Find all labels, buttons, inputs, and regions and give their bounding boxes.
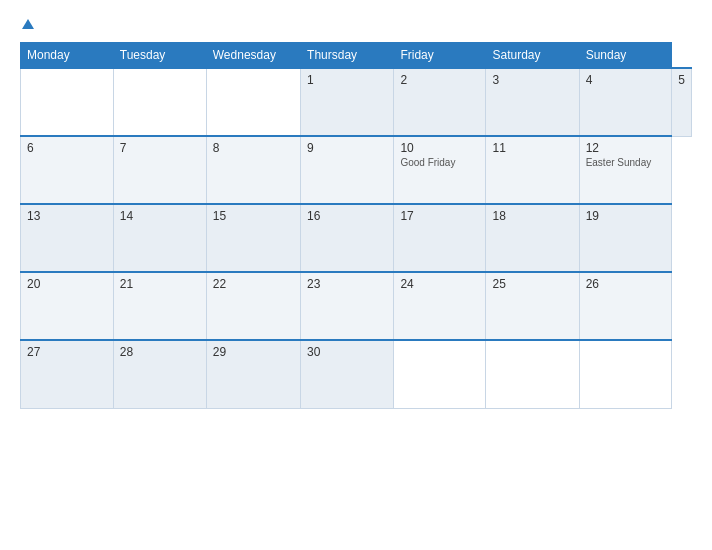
day-number: 26 bbox=[586, 277, 666, 291]
weekday-header: Saturday bbox=[486, 43, 579, 69]
calendar-week-row: 20212223242526 bbox=[21, 272, 692, 340]
calendar-cell: 8 bbox=[206, 136, 300, 204]
day-number: 6 bbox=[27, 141, 107, 155]
day-number: 14 bbox=[120, 209, 200, 223]
calendar-week-row: 678910Good Friday1112Easter Sunday bbox=[21, 136, 692, 204]
weekday-header: Sunday bbox=[579, 43, 672, 69]
day-number: 15 bbox=[213, 209, 294, 223]
calendar-cell: 20 bbox=[21, 272, 114, 340]
calendar-cell: 13 bbox=[21, 204, 114, 272]
day-number: 2 bbox=[400, 73, 479, 87]
calendar-cell: 23 bbox=[301, 272, 394, 340]
weekday-header: Tuesday bbox=[113, 43, 206, 69]
calendar-cell: 17 bbox=[394, 204, 486, 272]
day-number: 13 bbox=[27, 209, 107, 223]
calendar-cell: 26 bbox=[579, 272, 672, 340]
weekday-header-row: MondayTuesdayWednesdayThursdayFridaySatu… bbox=[21, 43, 692, 69]
calendar-cell: 18 bbox=[486, 204, 579, 272]
day-number: 16 bbox=[307, 209, 387, 223]
calendar-cell: 28 bbox=[113, 340, 206, 408]
day-number: 12 bbox=[586, 141, 666, 155]
weekday-header: Friday bbox=[394, 43, 486, 69]
day-number: 3 bbox=[492, 73, 572, 87]
calendar-cell: 9 bbox=[301, 136, 394, 204]
day-number: 24 bbox=[400, 277, 479, 291]
calendar-cell bbox=[206, 68, 300, 136]
calendar-cell: 7 bbox=[113, 136, 206, 204]
day-number: 27 bbox=[27, 345, 107, 359]
calendar-cell: 3 bbox=[486, 68, 579, 136]
weekday-header: Monday bbox=[21, 43, 114, 69]
day-number: 30 bbox=[307, 345, 387, 359]
holiday-label: Good Friday bbox=[400, 157, 479, 168]
calendar-table: MondayTuesdayWednesdayThursdayFridaySatu… bbox=[20, 42, 692, 409]
calendar-cell bbox=[21, 68, 114, 136]
calendar-cell: 24 bbox=[394, 272, 486, 340]
calendar-cell: 15 bbox=[206, 204, 300, 272]
day-number: 8 bbox=[213, 141, 294, 155]
calendar-cell: 16 bbox=[301, 204, 394, 272]
day-number: 17 bbox=[400, 209, 479, 223]
calendar-cell: 12Easter Sunday bbox=[579, 136, 672, 204]
weekday-header: Thursday bbox=[301, 43, 394, 69]
header bbox=[20, 16, 692, 32]
day-number: 9 bbox=[307, 141, 387, 155]
day-number: 18 bbox=[492, 209, 572, 223]
logo bbox=[20, 16, 34, 32]
day-number: 20 bbox=[27, 277, 107, 291]
calendar-cell: 4 bbox=[579, 68, 672, 136]
day-number: 5 bbox=[678, 73, 685, 87]
calendar-page: MondayTuesdayWednesdayThursdayFridaySatu… bbox=[0, 0, 712, 550]
calendar-week-row: 13141516171819 bbox=[21, 204, 692, 272]
calendar-cell: 14 bbox=[113, 204, 206, 272]
day-number: 25 bbox=[492, 277, 572, 291]
day-number: 28 bbox=[120, 345, 200, 359]
calendar-cell: 2 bbox=[394, 68, 486, 136]
calendar-cell: 5 bbox=[672, 68, 692, 136]
day-number: 10 bbox=[400, 141, 479, 155]
day-number: 1 bbox=[307, 73, 387, 87]
calendar-week-row: 12345 bbox=[21, 68, 692, 136]
calendar-cell: 25 bbox=[486, 272, 579, 340]
day-number: 19 bbox=[586, 209, 666, 223]
calendar-cell: 29 bbox=[206, 340, 300, 408]
calendar-cell bbox=[113, 68, 206, 136]
weekday-header: Wednesday bbox=[206, 43, 300, 69]
calendar-cell: 11 bbox=[486, 136, 579, 204]
calendar-cell: 27 bbox=[21, 340, 114, 408]
calendar-week-row: 27282930 bbox=[21, 340, 692, 408]
day-number: 29 bbox=[213, 345, 294, 359]
logo-triangle-icon bbox=[22, 19, 34, 29]
day-number: 23 bbox=[307, 277, 387, 291]
calendar-cell: 21 bbox=[113, 272, 206, 340]
calendar-cell: 1 bbox=[301, 68, 394, 136]
calendar-cell bbox=[486, 340, 579, 408]
day-number: 21 bbox=[120, 277, 200, 291]
logo-text bbox=[20, 16, 34, 32]
day-number: 22 bbox=[213, 277, 294, 291]
calendar-cell: 10Good Friday bbox=[394, 136, 486, 204]
calendar-cell bbox=[579, 340, 672, 408]
calendar-cell: 6 bbox=[21, 136, 114, 204]
day-number: 4 bbox=[586, 73, 666, 87]
day-number: 11 bbox=[492, 141, 572, 155]
calendar-cell: 22 bbox=[206, 272, 300, 340]
calendar-cell bbox=[394, 340, 486, 408]
holiday-label: Easter Sunday bbox=[586, 157, 666, 168]
calendar-cell: 19 bbox=[579, 204, 672, 272]
calendar-cell: 30 bbox=[301, 340, 394, 408]
day-number: 7 bbox=[120, 141, 200, 155]
